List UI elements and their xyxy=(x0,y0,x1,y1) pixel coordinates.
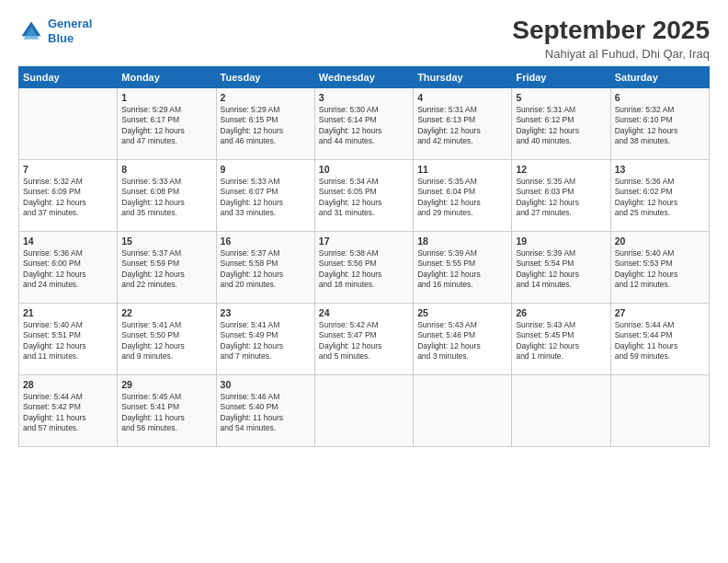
logo: General Blue xyxy=(18,17,92,45)
day-number: 13 xyxy=(615,164,705,175)
day-number: 15 xyxy=(121,236,211,247)
week-row-0: 1Sunrise: 5:29 AM Sunset: 6:17 PM Daylig… xyxy=(19,87,710,159)
day-number: 22 xyxy=(121,307,211,318)
day-number: 23 xyxy=(221,307,311,318)
day-info: Sunrise: 5:43 AM Sunset: 5:45 PM Dayligh… xyxy=(516,320,606,362)
day-info: Sunrise: 5:31 AM Sunset: 6:12 PM Dayligh… xyxy=(516,105,606,147)
day-cell: 3Sunrise: 5:30 AM Sunset: 6:14 PM Daylig… xyxy=(314,87,413,159)
day-number: 17 xyxy=(319,236,409,247)
day-number: 14 xyxy=(23,236,113,247)
day-info: Sunrise: 5:36 AM Sunset: 6:00 PM Dayligh… xyxy=(23,248,113,291)
day-info: Sunrise: 5:46 AM Sunset: 5:40 PM Dayligh… xyxy=(221,392,311,434)
day-cell: 5Sunrise: 5:31 AM Sunset: 6:12 PM Daylig… xyxy=(512,87,610,159)
day-cell: 16Sunrise: 5:37 AM Sunset: 5:58 PM Dayli… xyxy=(216,231,314,303)
day-number: 2 xyxy=(221,92,311,103)
day-info: Sunrise: 5:33 AM Sunset: 6:07 PM Dayligh… xyxy=(221,177,311,219)
day-number: 7 xyxy=(23,164,113,175)
day-cell: 28Sunrise: 5:44 AM Sunset: 5:42 PM Dayli… xyxy=(19,374,118,446)
day-number: 25 xyxy=(417,307,507,318)
day-cell xyxy=(19,87,118,159)
day-cell: 24Sunrise: 5:42 AM Sunset: 5:47 PM Dayli… xyxy=(314,303,413,374)
day-cell: 27Sunrise: 5:44 AM Sunset: 5:44 PM Dayli… xyxy=(610,303,709,374)
day-info: Sunrise: 5:33 AM Sunset: 6:08 PM Dayligh… xyxy=(121,177,211,219)
header-day-sunday: Sunday xyxy=(19,66,118,87)
day-number: 8 xyxy=(121,164,211,175)
day-cell: 22Sunrise: 5:41 AM Sunset: 5:50 PM Dayli… xyxy=(118,303,216,374)
day-cell: 6Sunrise: 5:32 AM Sunset: 6:10 PM Daylig… xyxy=(610,87,709,159)
week-row-3: 21Sunrise: 5:40 AM Sunset: 5:51 PM Dayli… xyxy=(19,303,710,374)
day-info: Sunrise: 5:40 AM Sunset: 5:51 PM Dayligh… xyxy=(23,320,113,362)
day-cell: 15Sunrise: 5:37 AM Sunset: 5:59 PM Dayli… xyxy=(118,231,216,303)
header-day-tuesday: Tuesday xyxy=(216,66,314,87)
week-row-2: 14Sunrise: 5:36 AM Sunset: 6:00 PM Dayli… xyxy=(19,231,710,303)
page: General Blue September 2025 Nahiyat al F… xyxy=(0,0,728,563)
day-number: 6 xyxy=(615,92,705,103)
day-info: Sunrise: 5:39 AM Sunset: 5:55 PM Dayligh… xyxy=(417,248,507,291)
day-number: 30 xyxy=(221,379,311,390)
day-info: Sunrise: 5:37 AM Sunset: 5:58 PM Dayligh… xyxy=(221,248,311,291)
day-info: Sunrise: 5:29 AM Sunset: 6:17 PM Dayligh… xyxy=(121,105,211,147)
day-cell: 18Sunrise: 5:39 AM Sunset: 5:55 PM Dayli… xyxy=(414,231,512,303)
day-cell: 10Sunrise: 5:34 AM Sunset: 6:05 PM Dayli… xyxy=(314,159,413,231)
day-number: 27 xyxy=(615,307,705,318)
header-day-monday: Monday xyxy=(118,66,216,87)
day-info: Sunrise: 5:35 AM Sunset: 6:04 PM Dayligh… xyxy=(417,177,507,219)
day-number: 21 xyxy=(23,307,113,318)
header-day-friday: Friday xyxy=(512,66,610,87)
day-cell: 9Sunrise: 5:33 AM Sunset: 6:07 PM Daylig… xyxy=(216,159,314,231)
day-number: 5 xyxy=(516,92,606,103)
day-cell: 13Sunrise: 5:36 AM Sunset: 6:02 PM Dayli… xyxy=(610,159,709,231)
day-info: Sunrise: 5:30 AM Sunset: 6:14 PM Dayligh… xyxy=(319,105,409,147)
logo-icon xyxy=(18,18,44,44)
day-cell xyxy=(610,374,709,446)
day-number: 3 xyxy=(319,92,409,103)
day-info: Sunrise: 5:32 AM Sunset: 6:09 PM Dayligh… xyxy=(23,177,113,219)
day-number: 28 xyxy=(23,379,113,390)
day-info: Sunrise: 5:35 AM Sunset: 6:03 PM Dayligh… xyxy=(516,177,606,219)
day-cell: 1Sunrise: 5:29 AM Sunset: 6:17 PM Daylig… xyxy=(118,87,216,159)
day-number: 4 xyxy=(417,92,507,103)
day-number: 19 xyxy=(516,236,606,247)
header: General Blue September 2025 Nahiyat al F… xyxy=(18,17,710,61)
day-info: Sunrise: 5:41 AM Sunset: 5:50 PM Dayligh… xyxy=(121,320,211,362)
day-info: Sunrise: 5:38 AM Sunset: 5:56 PM Dayligh… xyxy=(319,248,409,291)
day-number: 24 xyxy=(319,307,409,318)
day-cell xyxy=(314,374,413,446)
week-row-4: 28Sunrise: 5:44 AM Sunset: 5:42 PM Dayli… xyxy=(19,374,710,446)
day-cell: 7Sunrise: 5:32 AM Sunset: 6:09 PM Daylig… xyxy=(19,159,118,231)
day-cell: 25Sunrise: 5:43 AM Sunset: 5:46 PM Dayli… xyxy=(414,303,512,374)
day-cell: 20Sunrise: 5:40 AM Sunset: 5:53 PM Dayli… xyxy=(610,231,709,303)
day-info: Sunrise: 5:36 AM Sunset: 6:02 PM Dayligh… xyxy=(615,177,705,219)
day-number: 1 xyxy=(121,92,211,103)
day-cell: 26Sunrise: 5:43 AM Sunset: 5:45 PM Dayli… xyxy=(512,303,610,374)
day-cell: 14Sunrise: 5:36 AM Sunset: 6:00 PM Dayli… xyxy=(19,231,118,303)
header-day-thursday: Thursday xyxy=(414,66,512,87)
day-cell: 29Sunrise: 5:45 AM Sunset: 5:41 PM Dayli… xyxy=(118,374,216,446)
day-number: 29 xyxy=(121,379,211,390)
calendar-table: SundayMondayTuesdayWednesdayThursdayFrid… xyxy=(18,66,710,447)
title-block: September 2025 Nahiyat al Fuhud, Dhi Qar… xyxy=(512,17,710,61)
header-day-wednesday: Wednesday xyxy=(314,66,413,87)
day-info: Sunrise: 5:40 AM Sunset: 5:53 PM Dayligh… xyxy=(615,248,705,291)
day-number: 11 xyxy=(417,164,507,175)
calendar-header: SundayMondayTuesdayWednesdayThursdayFrid… xyxy=(19,66,710,87)
day-info: Sunrise: 5:29 AM Sunset: 6:15 PM Dayligh… xyxy=(221,105,311,147)
week-row-1: 7Sunrise: 5:32 AM Sunset: 6:09 PM Daylig… xyxy=(19,159,710,231)
header-row: SundayMondayTuesdayWednesdayThursdayFrid… xyxy=(19,66,710,87)
day-number: 18 xyxy=(417,236,507,247)
subtitle: Nahiyat al Fuhud, Dhi Qar, Iraq xyxy=(512,47,710,61)
day-cell: 4Sunrise: 5:31 AM Sunset: 6:13 PM Daylig… xyxy=(414,87,512,159)
calendar-body: 1Sunrise: 5:29 AM Sunset: 6:17 PM Daylig… xyxy=(19,87,710,446)
day-number: 16 xyxy=(221,236,311,247)
day-info: Sunrise: 5:45 AM Sunset: 5:41 PM Dayligh… xyxy=(121,392,211,434)
day-cell: 19Sunrise: 5:39 AM Sunset: 5:54 PM Dayli… xyxy=(512,231,610,303)
day-info: Sunrise: 5:34 AM Sunset: 6:05 PM Dayligh… xyxy=(319,177,409,219)
header-day-saturday: Saturday xyxy=(610,66,709,87)
day-info: Sunrise: 5:41 AM Sunset: 5:49 PM Dayligh… xyxy=(221,320,311,362)
day-number: 9 xyxy=(221,164,311,175)
logo-text: General Blue xyxy=(48,17,92,45)
day-info: Sunrise: 5:43 AM Sunset: 5:46 PM Dayligh… xyxy=(417,320,507,362)
day-info: Sunrise: 5:37 AM Sunset: 5:59 PM Dayligh… xyxy=(121,248,211,291)
day-cell: 23Sunrise: 5:41 AM Sunset: 5:49 PM Dayli… xyxy=(216,303,314,374)
day-info: Sunrise: 5:44 AM Sunset: 5:42 PM Dayligh… xyxy=(23,392,113,434)
